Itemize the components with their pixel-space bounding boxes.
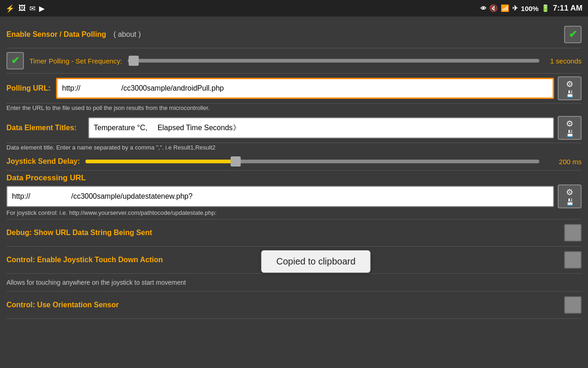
eye-icon: 👁 bbox=[481, 5, 486, 12]
dp-url-hint: For joystick control: i.e. http://www.yo… bbox=[6, 208, 582, 218]
joystick-slider-track bbox=[85, 160, 539, 163]
timer-slider-value: 1 seconds bbox=[545, 57, 582, 65]
airplane-icon: ✈ bbox=[512, 4, 518, 12]
control-orientation-row: Control: Use Orientation Sensor bbox=[6, 292, 582, 319]
joystick-delay-label: Joystick Send Delay: bbox=[6, 157, 80, 166]
data-processing-url-section: Data Processing URL ⚙ 💾 For joystick con… bbox=[6, 171, 582, 219]
dp-url-save-btn[interactable]: ⚙ 💾 bbox=[558, 184, 582, 208]
data-titles-row: Data Element Titles: ⚙ 💾 bbox=[6, 113, 582, 143]
data-titles-input[interactable] bbox=[88, 117, 554, 138]
clock: 7:11 AM bbox=[553, 4, 582, 13]
data-titles-save-btn[interactable]: ⚙ 💾 bbox=[558, 116, 582, 140]
joystick-slider-thumb[interactable] bbox=[231, 156, 241, 167]
mail-icon: ✉ bbox=[29, 4, 35, 13]
enable-sensor-check-icon: ✔ bbox=[569, 29, 577, 40]
disk-icon: 💾 bbox=[566, 90, 574, 98]
enable-sensor-row: Enable Sensor / Data Polling ( about ) ✔ bbox=[6, 21, 582, 48]
control-joystick-checkbox[interactable] bbox=[564, 251, 582, 269]
timer-label: Timer Polling - Set Frequency: bbox=[29, 57, 122, 65]
battery-icon: 🔋 bbox=[541, 4, 550, 12]
usb-icon: ⚡ bbox=[6, 4, 15, 13]
disk-icon-2: 💾 bbox=[566, 130, 574, 137]
control-joystick-row: Control: Enable Joystick Touch Down Acti… bbox=[6, 247, 582, 274]
joystick-delay-row: Joystick Send Delay: 200 ms bbox=[6, 153, 582, 171]
timer-checkbox[interactable]: ✔ bbox=[6, 52, 24, 69]
timer-polling-row: ✔ Timer Polling - Set Frequency: 1 secon… bbox=[6, 48, 582, 74]
polling-url-section: Polling URL: ⚙ 💾 Enter the URL to the fi… bbox=[6, 74, 582, 113]
polling-url-input[interactable] bbox=[56, 78, 554, 99]
media-icon: ▶ bbox=[39, 4, 45, 13]
control-orientation-label: Control: Use Orientation Sensor bbox=[6, 301, 119, 309]
status-right: 👁 🔇 📶 ✈ 100% 🔋 7:11 AM bbox=[481, 4, 582, 13]
data-titles-label: Data Element Titles: bbox=[6, 124, 85, 132]
polling-url-row: Polling URL: ⚙ 💾 bbox=[6, 74, 582, 104]
debug-row: Debug: Show URL Data String Being Sent bbox=[6, 219, 582, 247]
status-bar: ⚡ 🖼 ✉ ▶ 👁 🔇 📶 ✈ 100% 🔋 7:11 AM bbox=[0, 0, 588, 17]
joystick-slider-fill bbox=[85, 160, 235, 163]
gear-icon-3: ⚙ bbox=[566, 187, 573, 197]
debug-checkbox[interactable] bbox=[564, 224, 582, 242]
dp-url-input[interactable] bbox=[6, 186, 554, 207]
dp-url-title: Data Processing URL bbox=[6, 173, 582, 184]
mute-icon: 🔇 bbox=[489, 4, 498, 12]
wifi-icon: 📶 bbox=[501, 4, 509, 12]
about-link[interactable]: ( about ) bbox=[113, 30, 141, 39]
timer-slider-thumb[interactable] bbox=[129, 56, 139, 66]
polling-url-label: Polling URL: bbox=[6, 84, 52, 92]
timer-slider-track bbox=[128, 59, 539, 63]
gear-icon-2: ⚙ bbox=[566, 119, 573, 129]
bottom-row: Allows for touching anywhere on the joys… bbox=[6, 274, 582, 292]
allows-container: Allows for touching anywhere on the joys… bbox=[6, 278, 186, 287]
debug-label: Debug: Show URL Data String Being Sent bbox=[6, 229, 152, 237]
enable-sensor-checkbox[interactable]: ✔ bbox=[564, 26, 582, 43]
data-titles-hint: Data element title. Enter a name separat… bbox=[6, 143, 582, 153]
control-orientation-checkbox[interactable] bbox=[564, 296, 582, 314]
polling-url-save-btn[interactable]: ⚙ 💾 bbox=[558, 76, 582, 100]
timer-check-icon: ✔ bbox=[11, 55, 19, 67]
data-titles-section: Data Element Titles: ⚙ 💾 Data element ti… bbox=[6, 113, 582, 153]
battery-level: 100% bbox=[521, 5, 538, 12]
enable-sensor-title: Enable Sensor / Data Polling bbox=[6, 30, 106, 39]
control-joystick-label: Control: Enable Joystick Touch Down Acti… bbox=[6, 256, 163, 264]
disk-icon-3: 💾 bbox=[566, 198, 574, 206]
dp-url-row: ⚙ 💾 bbox=[6, 184, 582, 208]
enable-sensor-left: Enable Sensor / Data Polling ( about ) bbox=[6, 30, 141, 39]
image-icon: 🖼 bbox=[18, 4, 26, 12]
allows-hint: Allows for touching anywhere on the joys… bbox=[6, 278, 186, 286]
joystick-delay-value: 200 ms bbox=[545, 158, 582, 166]
main-content: Enable Sensor / Data Polling ( about ) ✔… bbox=[0, 17, 588, 323]
timer-slider-container bbox=[128, 56, 539, 66]
gear-icon: ⚙ bbox=[566, 79, 573, 89]
status-left-icons: ⚡ 🖼 ✉ ▶ bbox=[6, 4, 45, 13]
polling-url-hint: Enter the URL to the file used to poll t… bbox=[6, 104, 582, 113]
clipboard-toast: Copied to clipboard bbox=[261, 250, 370, 273]
joystick-slider-container bbox=[85, 156, 539, 167]
